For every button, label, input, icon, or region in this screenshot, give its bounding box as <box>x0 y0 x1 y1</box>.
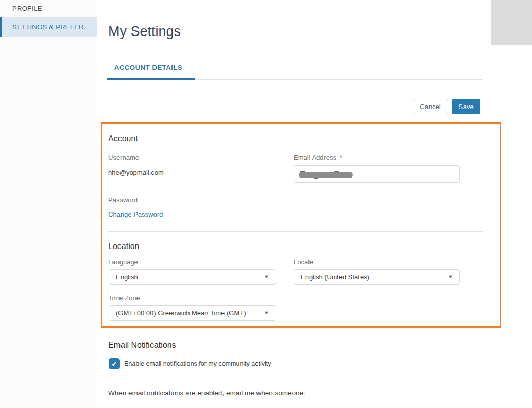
sidebar-item-settings-preferences[interactable]: SETTINGS & PREFER... <box>0 17 97 37</box>
locale-label: Locale <box>294 258 313 266</box>
sidebar-item-profile-label: PROFILE <box>12 5 42 12</box>
language-selected-value: English <box>116 273 138 281</box>
settings-sidebar: PROFILE SETTINGS & PREFER... <box>0 0 97 408</box>
enable-notifications-checkbox[interactable]: ✓ <box>109 358 120 369</box>
chevron-down-icon: ▼ <box>264 274 270 279</box>
chevron-down-icon: ▼ <box>264 310 270 315</box>
redaction-trace <box>334 171 339 172</box>
email-notifications-heading: Email Notifications <box>108 341 176 350</box>
checkmark-icon: ✓ <box>111 360 117 368</box>
chevron-down-icon: ▼ <box>448 274 454 279</box>
account-section-heading: Account <box>108 134 138 144</box>
sidebar-item-settings-preferences-label: SETTINGS & PREFER... <box>12 23 90 31</box>
language-label: Language <box>108 258 138 266</box>
username-value: hhe@yopmail.com <box>108 169 164 176</box>
redacted-email-value <box>299 172 353 178</box>
save-button[interactable]: Save <box>452 99 480 114</box>
password-label: Password <box>108 196 138 204</box>
location-section-heading: Location <box>108 242 140 251</box>
timezone-selected-value: (GMT+00:00) Greenwich Mean Time (GMT) <box>116 309 246 317</box>
enable-notifications-label: Enable email notifications for my commun… <box>124 360 271 367</box>
language-dropdown[interactable]: English ▼ <box>109 269 276 285</box>
my-settings-page: PROFILE SETTINGS & PREFER... My Settings… <box>0 0 532 408</box>
email-address-label-text: Email Address <box>294 154 336 162</box>
redacted-avatar-block <box>491 0 532 45</box>
when-enabled-text: When email notifications are enabled, em… <box>108 389 305 397</box>
cancel-button[interactable]: Cancel <box>413 99 448 114</box>
tab-active-underline <box>107 78 195 80</box>
email-required-asterisk: * <box>340 154 342 162</box>
title-divider <box>108 37 483 37</box>
change-password-link[interactable]: Change Password <box>108 210 163 218</box>
locale-selected-value: English (United States) <box>301 273 369 281</box>
username-label: Username <box>108 154 139 162</box>
timezone-label: Time Zone <box>108 294 140 302</box>
page-title: My Settings <box>108 24 181 40</box>
redaction-trace <box>314 178 318 179</box>
locale-dropdown[interactable]: English (United States) ▼ <box>294 269 460 285</box>
sidebar-item-profile[interactable]: PROFILE <box>0 0 97 17</box>
highlight-annotation-box <box>101 122 501 328</box>
redaction-trace <box>300 171 305 172</box>
account-location-divider <box>108 231 483 232</box>
email-address-label: Email Address * <box>294 154 342 162</box>
tab-account-details[interactable]: ACCOUNT DETAILS <box>114 64 182 72</box>
email-address-input[interactable] <box>294 165 460 183</box>
timezone-dropdown[interactable]: (GMT+00:00) Greenwich Mean Time (GMT) ▼ <box>109 305 276 321</box>
